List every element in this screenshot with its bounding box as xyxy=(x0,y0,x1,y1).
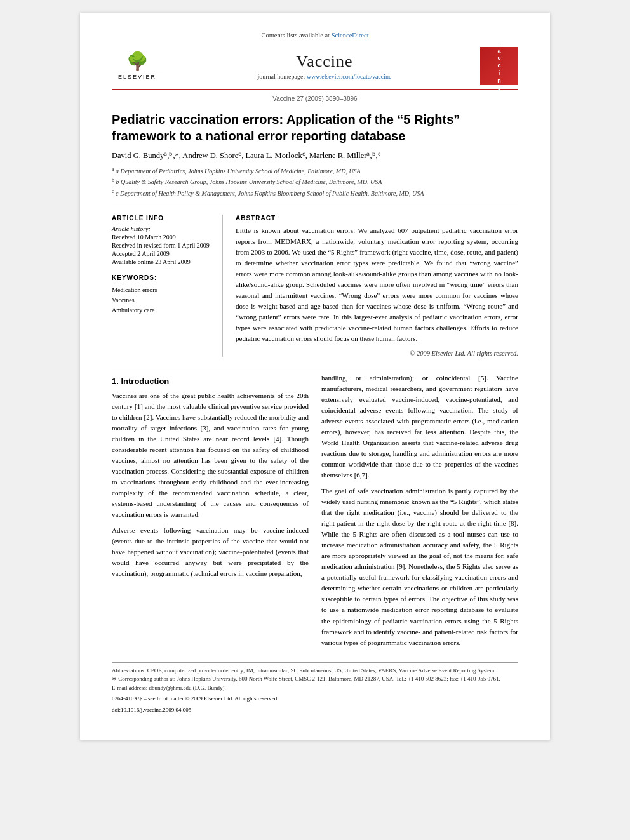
section1-para2-start: Adverse events following vaccination may… xyxy=(112,525,309,579)
elsevier-text: ELSEVIER xyxy=(112,72,163,80)
issue-info: Vaccine 27 (2009) 3890–3896 xyxy=(112,95,518,102)
keyword-3: Ambulatory care xyxy=(112,305,216,316)
journal-homepage-url[interactable]: www.elsevier.com/locate/vaccine xyxy=(307,73,392,80)
affiliations: a a Department of Pediatrics, Johns Hopk… xyxy=(112,166,518,199)
authors-text: David G. Bundyᵃ,ᵇ,*, Andrew D. Shoreᶜ, L… xyxy=(112,151,381,160)
accepted-date: Accepted 2 April 2009 xyxy=(112,250,216,257)
footnote-corresponding: ∗ Corresponding author at: Johns Hopkins… xyxy=(112,675,518,684)
body-content: 1. Introduction Vaccines are one of the … xyxy=(112,373,518,653)
keyword-1: Medication errors xyxy=(112,285,216,295)
body-col-left: 1. Introduction Vaccines are one of the … xyxy=(112,373,309,653)
section1-para2-end: handling, or administration); or coincid… xyxy=(321,373,518,481)
elsevier-tree-icon: 🌳 xyxy=(126,53,149,70)
sciencedirect-link[interactable]: ScienceDirect xyxy=(332,32,369,39)
journal-homepage-label: journal homepage: xyxy=(258,73,305,80)
article-title: Pediatric vaccination errors: Applicatio… xyxy=(112,111,518,144)
article-info-heading: ARTICLE INFO xyxy=(112,215,216,222)
article-page: Contents lists available at ScienceDirec… xyxy=(80,13,550,740)
footnotes-area: Abbreviations: CPOE, computerized provid… xyxy=(112,662,518,715)
footnote-email: E-mail address: dbundy@jhmi.edu (D.G. Bu… xyxy=(112,684,518,693)
footnote-issn: 0264-410X/$ – see front matter © 2009 El… xyxy=(112,695,518,703)
body-col-right: handling, or administration); or coincid… xyxy=(321,373,518,653)
received-date: Received 10 March 2009 xyxy=(112,234,216,241)
journal-title-block: Vaccine journal homepage: www.elsevier.c… xyxy=(169,52,480,80)
history-label: Article history: xyxy=(112,225,216,232)
contents-label: Contents lists available at xyxy=(261,32,330,39)
contents-info-bar: Contents lists available at ScienceDirec… xyxy=(112,32,518,43)
journal-name: Vaccine xyxy=(169,52,480,71)
vaccine-badge: Vaccine xyxy=(480,47,518,85)
journal-homepage: journal homepage: www.elsevier.com/locat… xyxy=(169,73,480,80)
section1-para3: The goal of safe vaccination administrat… xyxy=(321,486,518,648)
keyword-2: Vaccines xyxy=(112,295,216,305)
copyright: © 2009 Elsevier Ltd. All rights reserved… xyxy=(236,350,518,357)
footnote-abbreviations: Abbreviations: CPOE, computerized provid… xyxy=(112,667,518,676)
section1-para1: Vaccines are one of the great public hea… xyxy=(112,390,309,521)
abstract-col: ABSTRACT Little is known about vaccinati… xyxy=(236,215,518,357)
authors: David G. Bundyᵃ,ᵇ,*, Andrew D. Shoreᶜ, L… xyxy=(112,150,518,161)
footnote-doi: doi:10.1016/j.vaccine.2009.04.005 xyxy=(112,706,518,715)
revised-date: Received in revised form 1 April 2009 xyxy=(112,242,216,249)
abstract-text: Little is known about vaccination errors… xyxy=(236,225,518,345)
affiliation-b: b b Quality & Safety Research Group, Joh… xyxy=(112,177,518,187)
article-info-col: ARTICLE INFO Article history: Received 1… xyxy=(112,215,223,357)
section1-title: 1. Introduction xyxy=(112,375,309,388)
divider-2 xyxy=(112,366,518,366)
keywords-heading: Keywords: xyxy=(112,274,216,281)
affiliation-c: c c Department of Health Policy & Manage… xyxy=(112,188,518,199)
affiliation-a: a a Department of Pediatrics, Johns Hopk… xyxy=(112,166,518,177)
article-meta-row: ARTICLE INFO Article history: Received 1… xyxy=(112,215,518,357)
article-history: Article history: Received 10 March 2009 … xyxy=(112,225,216,265)
elsevier-logo: 🌳 ELSEVIER xyxy=(112,53,163,80)
keywords-list: Medication errors Vaccines Ambulatory ca… xyxy=(112,285,216,316)
journal-header: 🌳 ELSEVIER Vaccine journal homepage: www… xyxy=(112,47,518,90)
online-date: Available online 23 April 2009 xyxy=(112,258,216,265)
divider-1 xyxy=(112,208,518,208)
abstract-heading: ABSTRACT xyxy=(236,215,518,222)
vaccine-badge-text: Vaccine xyxy=(497,40,501,92)
